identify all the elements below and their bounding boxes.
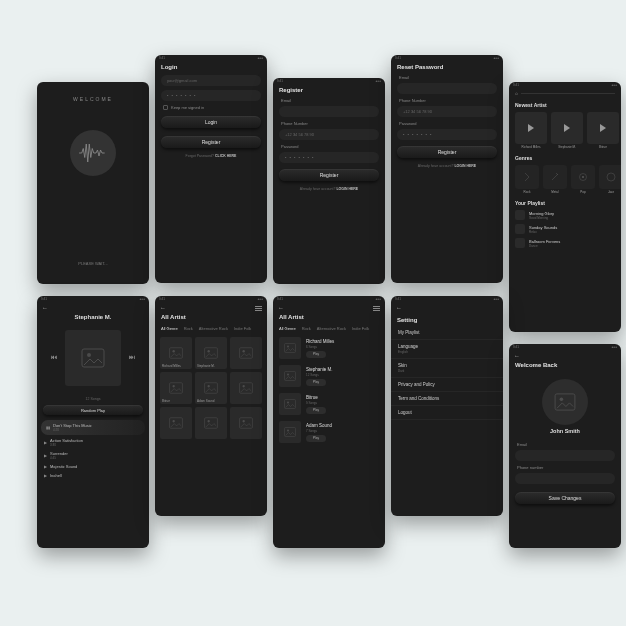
menu-icon[interactable] [373,306,380,311]
setting-item[interactable]: SkinDark [391,359,503,378]
artist-thumb[interactable] [230,372,262,404]
genre-card[interactable]: Pop [571,165,595,194]
email-input[interactable] [397,83,497,94]
screen-all-artist-list: 9:41●●● ← All Artist All Genre Rock Alte… [273,296,385,548]
genre-card[interactable]: Metal [543,165,567,194]
song-row-active[interactable]: ▮▮Don't Stop This Music4:20 [41,420,145,435]
song-row[interactable]: ▶Action Satisfaction3:30 [37,436,149,449]
next-icon[interactable]: ⏭ [129,354,135,360]
profile-name: John Smith [509,428,621,440]
setting-item[interactable]: Privacy and Policy [391,378,503,392]
artist-card[interactable]: Richard Milles [515,112,547,149]
artist-card[interactable]: Stephanie M. [551,112,583,149]
artist-row[interactable]: Stephanie M.12 SongsPlay [273,362,385,390]
login-here-link[interactable]: LOGIN HERE [336,187,358,191]
search-underline [521,93,615,94]
login-here-link[interactable]: LOGIN HERE [454,164,476,168]
svg-point-12 [173,385,175,387]
setting-item-logout[interactable]: Logout [391,406,503,420]
artist-thumb[interactable] [160,407,192,439]
artist-thumb[interactable]: Bitrue [160,372,192,404]
tab[interactable]: Rock [302,326,311,331]
artist-thumb[interactable]: Stephanie M. [195,337,227,369]
artist-thumb[interactable]: Richard Milles [160,337,192,369]
genre-tabs[interactable]: All Genre Rock Alternative Rock Indie Fo… [155,323,267,334]
song-row[interactable]: ▶Majestic Sound [37,462,149,471]
email-input[interactable]: your@gmail.com [161,75,261,86]
artist-row[interactable]: Richard Milles6 SongsPlay [273,334,385,362]
genre-card[interactable]: Rock [515,165,539,194]
svg-point-14 [208,385,210,387]
newest-artist-scroll[interactable]: Richard Milles Stephanie M. Bitrue [509,110,621,151]
back-icon[interactable]: ← [160,305,166,311]
phone-input[interactable]: +12 34 56 78 90 [279,129,379,140]
genre-tabs[interactable]: All Genre Rock Alternative Rock Indie Fo… [273,323,385,334]
password-label: Password [391,119,503,127]
back-icon[interactable]: ← [396,305,402,311]
register-button[interactable]: Register [161,136,261,148]
register-submit-button[interactable]: Register [279,169,379,181]
svg-point-22 [243,420,245,422]
play-button[interactable]: Play [306,435,326,442]
artist-row[interactable]: Adam Sound7 SongsPlay [273,418,385,446]
tab[interactable]: All Genre [279,326,296,331]
screen-login: 9:41●●● Login your@gmail.com Keep me sig… [155,55,267,283]
back-icon[interactable]: ← [278,305,284,311]
song-row[interactable]: ▶Inahell [37,471,149,480]
playlist-row[interactable]: Morning GloryGood Morning [509,208,621,222]
play-icon: ▶ [44,453,47,458]
phone-input[interactable]: +12 34 56 78 90 [397,106,497,117]
setting-item[interactable]: My Playlist [391,326,503,340]
svg-point-8 [208,350,210,352]
artist-thumb[interactable]: Adam Sound [195,372,227,404]
random-play-button[interactable]: Random Play [43,405,143,415]
search-icon[interactable]: ⌕ [515,90,518,96]
save-changes-button[interactable]: Save Changes [515,492,615,504]
genre-card[interactable]: Jazz [599,165,621,194]
play-icon: ▶ [44,473,47,478]
checkbox-icon[interactable] [163,105,168,110]
setting-item[interactable]: Term and Conditions [391,392,503,406]
tab[interactable]: Indie Folk [352,326,369,331]
artist-thumb[interactable] [195,407,227,439]
back-icon[interactable]: ← [42,305,48,311]
artist-card[interactable]: Bitrue [587,112,619,149]
tab[interactable]: Rock [184,326,193,331]
play-button[interactable]: Play [306,379,326,386]
play-button[interactable]: Play [306,407,326,414]
email-input[interactable] [279,106,379,117]
menu-icon[interactable] [255,306,262,311]
setting-item[interactable]: LanguageEnglish [391,340,503,359]
song-row[interactable]: ▶Surrender4:45 [37,449,149,462]
search-row[interactable]: ⌕ [509,88,621,98]
password-input[interactable] [279,152,379,163]
password-input[interactable] [397,129,497,140]
screen-player: 9:41●●● ← Stephanie M. ⏮ ⏭ 12 Songs Rand… [37,296,149,548]
playlist-row[interactable]: Sunday SoundsRelax [509,222,621,236]
back-icon[interactable]: ← [514,353,520,359]
play-button[interactable]: Play [306,351,326,358]
artist-thumb[interactable] [230,407,262,439]
login-button[interactable]: Login [161,116,261,128]
forgot-link[interactable]: CLICK HERE [215,154,236,158]
email-input[interactable] [515,450,615,461]
svg-point-10 [243,350,245,352]
genres-scroll[interactable]: Rock Metal Pop Jazz [509,163,621,196]
tab[interactable]: Alternative Rock [199,326,228,331]
phone-input[interactable] [515,473,615,484]
artist-row[interactable]: Bitrue9 SongsPlay [273,390,385,418]
tab[interactable]: Alternative Rock [317,326,346,331]
artist-thumb[interactable] [230,337,262,369]
genres-title: Genres [509,151,621,163]
reset-submit-button[interactable]: Register [397,146,497,158]
settings-title: Setting [391,314,503,326]
prev-icon[interactable]: ⏮ [51,354,57,360]
avatar[interactable] [542,379,588,425]
password-input[interactable] [161,90,261,101]
register-title: Register [273,84,385,96]
forgot-helper: Forgot Password? CLICK HERE [155,152,267,160]
playlist-row[interactable]: Ballroom ForvensDance [509,236,621,250]
tab[interactable]: All Genre [161,326,178,331]
tab[interactable]: Indie Folk [234,326,251,331]
remember-row[interactable]: Keep me signed in [155,103,267,112]
